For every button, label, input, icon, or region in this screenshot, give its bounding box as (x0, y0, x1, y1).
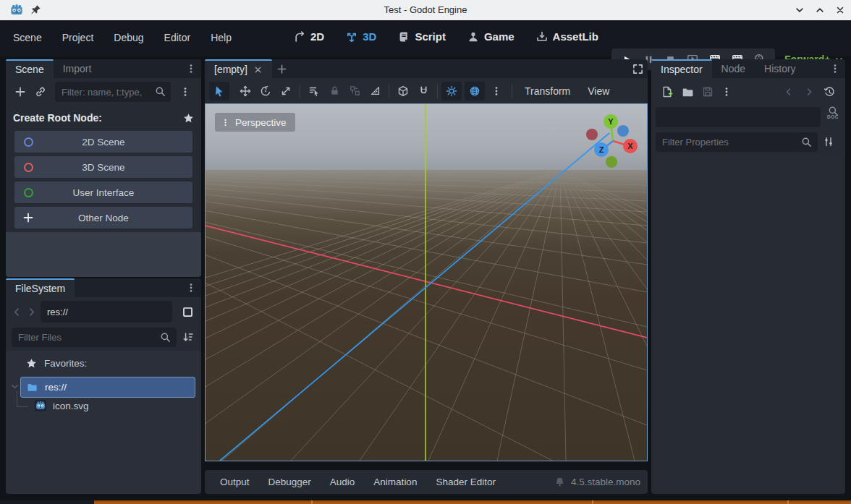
ui-node-icon (24, 188, 33, 197)
new-resource-button[interactable] (657, 82, 677, 101)
viewport-canvas[interactable]: Y X Z (206, 104, 647, 461)
nav-back-icon[interactable] (12, 307, 22, 317)
bottom-tab-audio[interactable]: Audio (322, 474, 363, 490)
tab-import[interactable]: Import (54, 59, 101, 78)
inspector-toolbar (651, 78, 845, 106)
new-scene-tab-button[interactable] (272, 59, 292, 78)
snap-button[interactable] (413, 82, 433, 101)
godot-app-icon (10, 4, 23, 17)
close-button[interactable] (835, 5, 845, 15)
tab-history[interactable]: History (755, 59, 805, 78)
scene-tab-empty[interactable]: [empty] (205, 59, 272, 78)
gizmo-neg-x-ball[interactable] (586, 129, 598, 140)
history-forward-button[interactable] (799, 82, 819, 101)
pin-icon[interactable] (30, 4, 41, 15)
scene-dock-menu-icon[interactable] (185, 63, 197, 74)
preview-menu-icon[interactable] (491, 85, 502, 97)
tab-node[interactable]: Node (712, 59, 755, 78)
scene-filter-input[interactable] (55, 82, 171, 102)
lock-icon (329, 85, 340, 96)
version-label[interactable]: 4.5.stable.mono (571, 477, 640, 487)
filesystem-tree[interactable]: Favorites: res:// icon.svg (6, 351, 201, 494)
menu-editor[interactable]: Editor (157, 27, 198, 48)
create-ui-button[interactable]: User Interface (14, 181, 192, 203)
folder-icon (27, 382, 38, 393)
collapse-arrow-icon[interactable] (10, 382, 20, 391)
create-3d-scene-button[interactable]: 3D Scene (14, 156, 192, 178)
gizmo-neg-y-ball[interactable] (606, 156, 617, 168)
save-resource-button[interactable] (698, 82, 718, 101)
tool-list-select-button[interactable] (304, 82, 324, 101)
instance-scene-button[interactable] (30, 82, 51, 101)
scene-extra-menu-icon[interactable] (179, 86, 191, 98)
gizmo-neg-z-ball[interactable] (617, 125, 629, 137)
file-sort-icon[interactable] (182, 331, 194, 343)
menu-project[interactable]: Project (55, 27, 101, 48)
editor-switch-assetlib[interactable]: AssetLib (530, 27, 604, 46)
menu-view[interactable]: View (579, 85, 618, 97)
add-node-button[interactable] (10, 82, 30, 101)
history-back-button[interactable] (779, 82, 799, 101)
tab-filesystem[interactable]: FileSystem (6, 278, 75, 297)
save-icon (702, 86, 714, 98)
create-2d-scene-button[interactable]: 2D Scene (14, 131, 192, 153)
search-help-button[interactable]: DOC (825, 104, 841, 129)
3d-label: 3D (363, 30, 376, 43)
path-field[interactable] (41, 301, 172, 323)
bottom-tab-debugger[interactable]: Debugger (261, 474, 319, 490)
background-window-sliver (94, 500, 851, 504)
local-space-button[interactable] (393, 82, 413, 101)
split-mode-icon[interactable] (182, 306, 194, 318)
maximize-button[interactable] (815, 5, 825, 15)
property-filter-input[interactable] (656, 132, 818, 152)
godot-svg-file-icon (35, 401, 46, 411)
editor-switch-3d[interactable]: 3D (340, 27, 382, 46)
filesystem-dock-menu-icon[interactable] (185, 282, 197, 294)
property-tools-icon[interactable] (823, 136, 834, 148)
notification-bell-icon[interactable] (554, 477, 565, 487)
inspector-dock-menu-icon[interactable] (829, 63, 841, 74)
ruler-mode-button[interactable] (365, 82, 385, 101)
group-node-button[interactable] (344, 82, 365, 101)
editor-switch-script[interactable]: Script (392, 27, 452, 46)
preview-sun-button[interactable] (441, 82, 462, 101)
scale-icon (280, 85, 292, 97)
editor-switch-game[interactable]: Game (462, 27, 520, 46)
favorite-star-icon[interactable] (183, 113, 194, 124)
bottom-tab-output[interactable]: Output (212, 474, 258, 490)
inspected-object-name-field (656, 107, 821, 127)
bottom-tab-shader-editor[interactable]: Shader Editor (428, 474, 504, 490)
editor-switch-2d[interactable]: 2D (288, 27, 330, 46)
menu-debug[interactable]: Debug (106, 27, 151, 48)
resource-extra-menu-icon[interactable] (721, 86, 732, 98)
scene-tabs-strip: [empty] (205, 59, 648, 78)
perspective-menu-button[interactable]: Perspective (215, 113, 295, 132)
create-other-node-button[interactable]: Other Node (14, 207, 192, 228)
file-filter-input[interactable] (12, 328, 177, 347)
menu-transform[interactable]: Transform (516, 85, 579, 97)
minimize-button[interactable] (795, 5, 805, 15)
tab-inspector[interactable]: Inspector (651, 59, 712, 78)
tree-item-res-root[interactable]: res:// (20, 377, 195, 398)
tool-scale-button[interactable] (276, 82, 296, 101)
chevron-right-icon (804, 87, 814, 97)
search-icon (160, 332, 171, 343)
folder-icon (682, 86, 694, 98)
nav-forward-icon[interactable] (26, 307, 37, 317)
lock-node-button[interactable] (324, 82, 344, 101)
expand-viewport-icon[interactable] (632, 64, 643, 74)
close-tab-icon[interactable] (253, 65, 263, 74)
viewport-3d[interactable]: Y X Z Perspective (205, 103, 648, 461)
tool-select-button[interactable] (209, 82, 229, 101)
menu-help[interactable]: Help (203, 27, 239, 48)
tab-scene[interactable]: Scene (6, 59, 54, 78)
menu-scene[interactable]: Scene (6, 27, 49, 48)
preview-environment-button[interactable] (465, 82, 485, 101)
bottom-tab-animation[interactable]: Animation (365, 474, 425, 490)
tree-item-icon-svg[interactable]: icon.svg (35, 400, 89, 411)
tool-rotate-button[interactable] (255, 82, 276, 101)
filesystem-filter-row (6, 326, 201, 348)
load-resource-button[interactable] (677, 82, 698, 101)
tool-move-button[interactable] (235, 82, 255, 101)
object-history-button[interactable] (819, 82, 839, 101)
